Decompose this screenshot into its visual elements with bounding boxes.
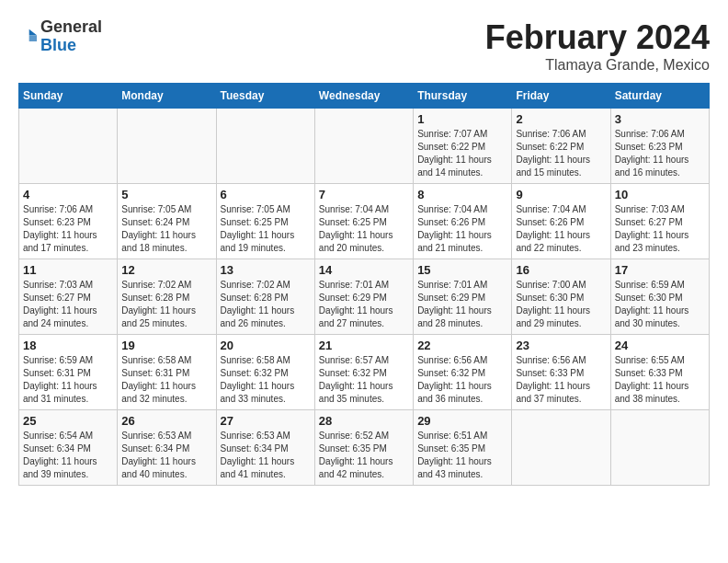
day-info: Sunrise: 6:57 AMSunset: 6:32 PMDaylight:… [319, 354, 409, 406]
day-info: Sunrise: 7:04 AMSunset: 6:25 PMDaylight:… [319, 203, 409, 255]
day-info: Sunrise: 7:04 AMSunset: 6:26 PMDaylight:… [417, 203, 507, 255]
day-info: Sunrise: 7:06 AMSunset: 6:23 PMDaylight:… [615, 128, 705, 179]
svg-marker-0 [29, 29, 37, 35]
calendar-week-row: 18 Sunrise: 6:59 AMSunset: 6:31 PMDaylig… [19, 335, 710, 410]
table-row: 4 Sunrise: 7:06 AMSunset: 6:23 PMDayligh… [19, 184, 118, 259]
table-row: 27 Sunrise: 6:53 AMSunset: 6:34 PMDaylig… [216, 410, 314, 486]
day-info: Sunrise: 7:01 AMSunset: 6:29 PMDaylight:… [417, 279, 507, 330]
logo-text: General Blue [40, 18, 102, 55]
day-number: 16 [516, 263, 606, 277]
table-row: 3 Sunrise: 7:06 AMSunset: 6:23 PMDayligh… [610, 109, 709, 184]
table-row: 6 Sunrise: 7:05 AMSunset: 6:25 PMDayligh… [216, 184, 314, 259]
table-row: 10 Sunrise: 7:03 AMSunset: 6:27 PMDaylig… [610, 184, 709, 259]
table-row [610, 410, 709, 486]
day-number: 15 [417, 263, 507, 277]
day-number: 25 [23, 414, 113, 428]
day-info: Sunrise: 6:59 AMSunset: 6:31 PMDaylight:… [23, 354, 113, 406]
table-row: 12 Sunrise: 7:02 AMSunset: 6:28 PMDaylig… [118, 259, 216, 335]
day-number: 2 [516, 112, 606, 126]
day-number: 24 [615, 339, 705, 352]
logo-line1: General [40, 18, 102, 37]
col-sunday: Sunday [19, 84, 118, 109]
table-row [512, 410, 610, 486]
logo-icon [18, 28, 37, 46]
day-number: 27 [221, 414, 311, 428]
day-number: 22 [417, 339, 507, 352]
table-row: 24 Sunrise: 6:55 AMSunset: 6:33 PMDaylig… [610, 335, 709, 410]
day-number: 11 [23, 263, 113, 277]
day-number: 28 [319, 414, 409, 428]
table-row: 23 Sunrise: 6:56 AMSunset: 6:33 PMDaylig… [512, 335, 610, 410]
day-number: 10 [615, 188, 705, 201]
svg-marker-1 [29, 35, 37, 41]
day-number: 7 [319, 188, 409, 201]
page-subtitle: Tlamaya Grande, Mexico [485, 57, 710, 74]
day-info: Sunrise: 6:56 AMSunset: 6:32 PMDaylight:… [417, 354, 507, 406]
table-row: 25 Sunrise: 6:54 AMSunset: 6:34 PMDaylig… [19, 410, 118, 486]
logo-line2: Blue [40, 37, 102, 55]
table-row: 21 Sunrise: 6:57 AMSunset: 6:32 PMDaylig… [314, 335, 413, 410]
day-info: Sunrise: 6:58 AMSunset: 6:31 PMDaylight:… [121, 354, 211, 406]
day-info: Sunrise: 7:07 AMSunset: 6:22 PMDaylight:… [417, 128, 507, 179]
day-info: Sunrise: 6:58 AMSunset: 6:32 PMDaylight:… [221, 354, 311, 406]
calendar-week-row: 25 Sunrise: 6:54 AMSunset: 6:34 PMDaylig… [19, 410, 710, 486]
day-info: Sunrise: 6:51 AMSunset: 6:35 PMDaylight:… [417, 430, 507, 481]
calendar-week-row: 1 Sunrise: 7:07 AMSunset: 6:22 PMDayligh… [19, 109, 710, 184]
day-info: Sunrise: 7:02 AMSunset: 6:28 PMDaylight:… [121, 279, 211, 330]
table-row: 1 Sunrise: 7:07 AMSunset: 6:22 PMDayligh… [414, 109, 512, 184]
day-info: Sunrise: 7:02 AMSunset: 6:28 PMDaylight:… [221, 279, 311, 330]
day-info: Sunrise: 7:06 AMSunset: 6:23 PMDaylight:… [23, 203, 113, 255]
day-number: 13 [221, 263, 311, 277]
day-number: 29 [417, 414, 507, 428]
col-tuesday: Tuesday [216, 84, 314, 109]
page-header: General Blue February 2024 Tlamaya Grand… [18, 18, 710, 74]
table-row: 19 Sunrise: 6:58 AMSunset: 6:31 PMDaylig… [118, 335, 216, 410]
day-number: 21 [319, 339, 409, 352]
table-row [314, 109, 413, 184]
day-number: 20 [221, 339, 311, 352]
calendar-header-row: Sunday Monday Tuesday Wednesday Thursday… [19, 84, 710, 109]
table-row: 14 Sunrise: 7:01 AMSunset: 6:29 PMDaylig… [314, 259, 413, 335]
day-number: 5 [121, 188, 211, 201]
table-row: 9 Sunrise: 7:04 AMSunset: 6:26 PMDayligh… [512, 184, 610, 259]
table-row: 7 Sunrise: 7:04 AMSunset: 6:25 PMDayligh… [314, 184, 413, 259]
table-row: 15 Sunrise: 7:01 AMSunset: 6:29 PMDaylig… [414, 259, 512, 335]
day-info: Sunrise: 6:59 AMSunset: 6:30 PMDaylight:… [615, 279, 705, 330]
col-wednesday: Wednesday [314, 84, 413, 109]
day-number: 19 [121, 339, 211, 352]
day-info: Sunrise: 6:53 AMSunset: 6:34 PMDaylight:… [221, 430, 311, 481]
day-number: 8 [417, 188, 507, 201]
table-row: 20 Sunrise: 6:58 AMSunset: 6:32 PMDaylig… [216, 335, 314, 410]
table-row: 18 Sunrise: 6:59 AMSunset: 6:31 PMDaylig… [19, 335, 118, 410]
table-row [118, 109, 216, 184]
day-number: 1 [417, 112, 507, 126]
table-row: 8 Sunrise: 7:04 AMSunset: 6:26 PMDayligh… [414, 184, 512, 259]
col-thursday: Thursday [414, 84, 512, 109]
day-info: Sunrise: 7:03 AMSunset: 6:27 PMDaylight:… [615, 203, 705, 255]
day-info: Sunrise: 6:54 AMSunset: 6:34 PMDaylight:… [23, 430, 113, 481]
day-info: Sunrise: 7:05 AMSunset: 6:25 PMDaylight:… [221, 203, 311, 255]
col-monday: Monday [118, 84, 216, 109]
day-number: 14 [319, 263, 409, 277]
day-info: Sunrise: 6:55 AMSunset: 6:33 PMDaylight:… [615, 354, 705, 406]
day-number: 12 [121, 263, 211, 277]
day-info: Sunrise: 6:53 AMSunset: 6:34 PMDaylight:… [121, 430, 211, 481]
table-row: 17 Sunrise: 6:59 AMSunset: 6:30 PMDaylig… [610, 259, 709, 335]
table-row: 2 Sunrise: 7:06 AMSunset: 6:22 PMDayligh… [512, 109, 610, 184]
table-row: 26 Sunrise: 6:53 AMSunset: 6:34 PMDaylig… [118, 410, 216, 486]
table-row [19, 109, 118, 184]
table-row: 13 Sunrise: 7:02 AMSunset: 6:28 PMDaylig… [216, 259, 314, 335]
day-number: 4 [23, 188, 113, 201]
day-number: 23 [516, 339, 606, 352]
day-info: Sunrise: 7:06 AMSunset: 6:22 PMDaylight:… [516, 128, 606, 179]
calendar-week-row: 11 Sunrise: 7:03 AMSunset: 6:27 PMDaylig… [19, 259, 710, 335]
day-info: Sunrise: 6:56 AMSunset: 6:33 PMDaylight:… [516, 354, 606, 406]
table-row: 28 Sunrise: 6:52 AMSunset: 6:35 PMDaylig… [314, 410, 413, 486]
day-number: 3 [615, 112, 705, 126]
col-saturday: Saturday [610, 84, 709, 109]
day-number: 17 [615, 263, 705, 277]
table-row: 29 Sunrise: 6:51 AMSunset: 6:35 PMDaylig… [414, 410, 512, 486]
day-number: 9 [516, 188, 606, 201]
col-friday: Friday [512, 84, 610, 109]
day-number: 18 [23, 339, 113, 352]
